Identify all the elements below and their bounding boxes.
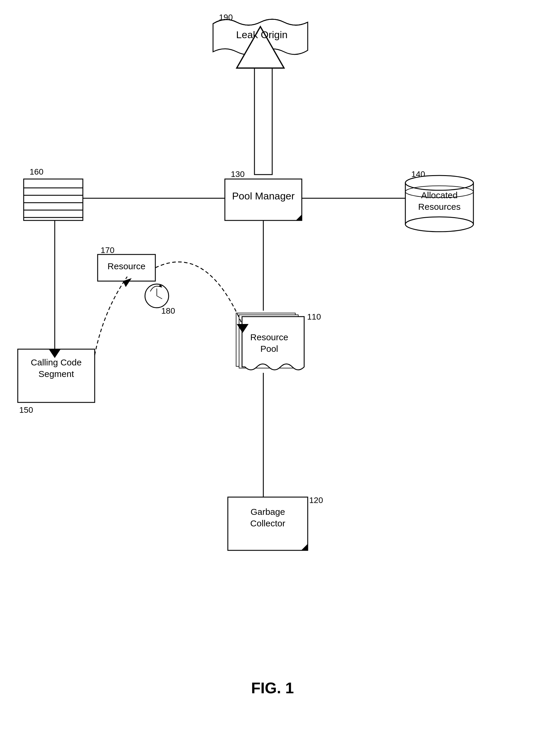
- ref-160-label: 160: [30, 167, 43, 176]
- calling-code-label: Calling Code Segment: [22, 357, 90, 380]
- ref-190-label: 190: [219, 13, 233, 22]
- ref-180-label: 180: [161, 306, 175, 315]
- resource-pool-label: Resource Pool: [243, 331, 296, 354]
- resource-label: Resource: [102, 260, 151, 272]
- svg-point-12: [405, 175, 473, 190]
- ref-170-label: 170: [101, 246, 115, 255]
- svg-point-14: [405, 217, 473, 232]
- allocated-resources-label: Allocated Resources: [408, 189, 470, 212]
- svg-marker-0: [254, 68, 272, 175]
- garbage-collector-label: Garbage Collector: [232, 506, 303, 529]
- ref-110-label: 110: [307, 312, 321, 321]
- ref-150-label: 150: [19, 405, 33, 415]
- ref-120-label: 120: [309, 496, 323, 505]
- ref-130-label: 130: [231, 170, 245, 179]
- figure-label: FIG. 1: [251, 679, 294, 697]
- leak-origin-label: Leak Origin: [222, 28, 302, 41]
- svg-rect-4: [24, 179, 83, 220]
- diagram-container: 190 130 160 140: [0, 0, 545, 756]
- pool-manager-label: Pool Manager: [229, 189, 297, 202]
